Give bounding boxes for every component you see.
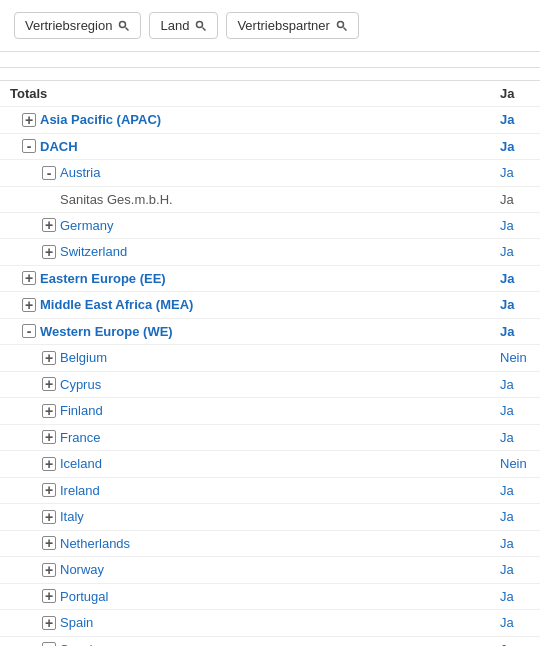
table-row: +BelgiumNein — [0, 345, 540, 372]
row-name-text: Netherlands — [60, 536, 130, 551]
toggle-icon-mea[interactable]: + — [22, 298, 36, 312]
row-name-text: Sanitas Ges.m.b.H. — [60, 192, 173, 207]
row-name-cell: +Spain — [0, 610, 490, 637]
row-value-cell: Ja — [490, 212, 540, 239]
search-icon — [195, 20, 207, 32]
row-value-cell: Ja — [490, 160, 540, 187]
toggle-icon-portugal[interactable]: + — [42, 589, 56, 603]
toggle-icon-finland[interactable]: + — [42, 404, 56, 418]
filter-label-land: Land — [160, 18, 189, 33]
data-table-wrapper: TotalsJa+Asia Pacific (APAC)Ja-DACHJa-Au… — [0, 68, 540, 646]
data-table: TotalsJa+Asia Pacific (APAC)Ja-DACHJa-Au… — [0, 68, 540, 646]
row-value-cell: Ja — [490, 239, 540, 266]
row-value-cell: Ja — [490, 530, 540, 557]
row-name-text: Middle East Africa (MEA) — [40, 297, 193, 312]
row-value-cell: Ja — [490, 610, 540, 637]
row-name-text: Eastern Europe (EE) — [40, 271, 166, 286]
row-value-cell: Ja — [490, 318, 540, 345]
svg-point-4 — [337, 21, 343, 27]
table-row: +CyprusJa — [0, 371, 540, 398]
toggle-icon-germany[interactable]: + — [42, 218, 56, 232]
toggle-icon-ee[interactable]: + — [22, 271, 36, 285]
table-row: -SwedenJa — [0, 636, 540, 646]
row-name-cell: +Italy — [0, 504, 490, 531]
row-name-text: Iceland — [60, 456, 102, 471]
toggle-icon-cyprus[interactable]: + — [42, 377, 56, 391]
filter-btn-vertriebspartner[interactable]: Vertriebspartner — [226, 12, 359, 39]
toggle-icon-italy[interactable]: + — [42, 510, 56, 524]
row-value-cell: Ja — [490, 265, 540, 292]
toggle-icon-belgium[interactable]: + — [42, 351, 56, 365]
toggle-icon-iceland[interactable]: + — [42, 457, 56, 471]
row-name-text: Italy — [60, 509, 84, 524]
col-name-header — [0, 68, 490, 81]
row-name-cell: +Ireland — [0, 477, 490, 504]
row-value-cell: Ja — [490, 477, 540, 504]
row-value-cell: Ja — [490, 133, 540, 160]
table-row: +Middle East Africa (MEA)Ja — [0, 292, 540, 319]
table-row: +Eastern Europe (EE)Ja — [0, 265, 540, 292]
svg-point-0 — [120, 21, 126, 27]
toggle-icon-apac[interactable]: + — [22, 113, 36, 127]
svg-point-2 — [197, 21, 203, 27]
row-name-text: Spain — [60, 615, 93, 630]
filter-label-vertriebsregion: Vertriebsregion — [25, 18, 112, 33]
toggle-icon-norway[interactable]: + — [42, 563, 56, 577]
row-name-text: Germany — [60, 218, 113, 233]
filter-btn-vertriebsregion[interactable]: Vertriebsregion — [14, 12, 141, 39]
row-value-cell: Ja — [490, 583, 540, 610]
toggle-icon-switzerland[interactable]: + — [42, 245, 56, 259]
toggle-icon-dach[interactable]: - — [22, 139, 36, 153]
table-row: Sanitas Ges.m.b.H.Ja — [0, 186, 540, 212]
row-name-cell: +Netherlands — [0, 530, 490, 557]
table-row: +PortugalJa — [0, 583, 540, 610]
row-name-text: Finland — [60, 403, 103, 418]
row-name-text: Belgium — [60, 350, 107, 365]
svg-line-1 — [126, 27, 129, 30]
row-value-cell: Ja — [490, 292, 540, 319]
toggle-icon-ireland[interactable]: + — [42, 483, 56, 497]
row-name-cell: +Cyprus — [0, 371, 490, 398]
row-value-cell: Ja — [490, 557, 540, 584]
row-value-cell: Ja — [490, 81, 540, 107]
toggle-icon-we[interactable]: - — [22, 324, 36, 338]
row-name-text: Sweden — [60, 642, 107, 647]
toggle-icon-sweden[interactable]: - — [42, 642, 56, 646]
table-row: +SwitzerlandJa — [0, 239, 540, 266]
row-value-cell: Ja — [490, 107, 540, 134]
row-name-cell: +Norway — [0, 557, 490, 584]
filter-label-vertriebspartner: Vertriebspartner — [237, 18, 330, 33]
table-row: +GermanyJa — [0, 212, 540, 239]
row-value-cell: Ja — [490, 424, 540, 451]
svg-line-3 — [203, 27, 206, 30]
row-value-cell: Ja — [490, 186, 540, 212]
filter-btn-land[interactable]: Land — [149, 12, 218, 39]
row-value-cell: Ja — [490, 636, 540, 646]
row-name-cell: +Belgium — [0, 345, 490, 372]
table-row: +Asia Pacific (APAC)Ja — [0, 107, 540, 134]
row-name-cell: +Portugal — [0, 583, 490, 610]
table-row: -AustriaJa — [0, 160, 540, 187]
toggle-icon-netherlands[interactable]: + — [42, 536, 56, 550]
row-name-cell: +Asia Pacific (APAC) — [0, 107, 490, 134]
toggle-icon-spain[interactable]: + — [42, 616, 56, 630]
row-name-text: Austria — [60, 165, 100, 180]
row-name-cell: +Iceland — [0, 451, 490, 478]
row-name-text: Norway — [60, 562, 104, 577]
row-name-cell: -Sweden — [0, 636, 490, 646]
row-name-cell: +Finland — [0, 398, 490, 425]
table-row: +NetherlandsJa — [0, 530, 540, 557]
table-row: +IrelandJa — [0, 477, 540, 504]
row-name-text: Totals — [10, 86, 47, 101]
toggle-icon-austria[interactable]: - — [42, 166, 56, 180]
row-name-text: Ireland — [60, 483, 100, 498]
toggle-icon-france[interactable]: + — [42, 430, 56, 444]
row-name-cell: +Switzerland — [0, 239, 490, 266]
row-name-cell: +Middle East Africa (MEA) — [0, 292, 490, 319]
row-name-cell: +France — [0, 424, 490, 451]
row-value-cell: Nein — [490, 451, 540, 478]
row-name-text: Switzerland — [60, 244, 127, 259]
search-icon — [118, 20, 130, 32]
table-row: +ItalyJa — [0, 504, 540, 531]
row-name-text: Cyprus — [60, 377, 101, 392]
